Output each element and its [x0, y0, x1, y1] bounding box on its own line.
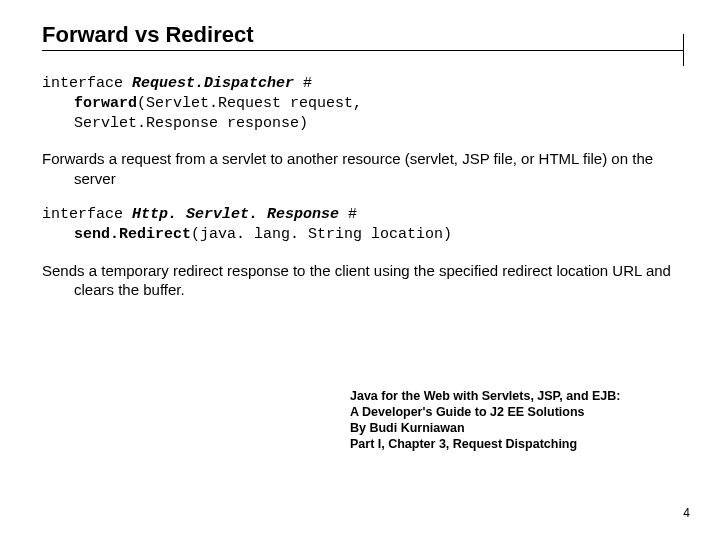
ref-line: By Budi Kurniawan	[350, 420, 680, 436]
type-http-servlet-response: Http. Servlet. Response	[132, 206, 339, 223]
ref-line: Part I, Chapter 3, Request Dispatching	[350, 436, 680, 452]
title-wrap: Forward vs Redirect	[42, 18, 678, 56]
kw-interface: interface	[42, 75, 132, 92]
ref-line: Java for the Web with Servlets, JSP, and…	[350, 388, 680, 404]
signature-forward: interface Request.Dispatcher # forward(S…	[42, 74, 678, 133]
code-line: send.Redirect(java. lang. String locatio…	[42, 225, 678, 245]
desc-redirect: Sends a temporary redirect response to t…	[42, 261, 678, 301]
hash: #	[339, 206, 357, 223]
code-line: forward(Servlet.Request request,	[42, 94, 678, 114]
method-send-redirect: send.Redirect	[74, 226, 191, 243]
reference-block: Java for the Web with Servlets, JSP, and…	[350, 388, 680, 452]
method-forward: forward	[74, 95, 137, 112]
params: (Servlet.Request request,	[137, 95, 362, 112]
hash: #	[294, 75, 312, 92]
signature-redirect: interface Http. Servlet. Response # send…	[42, 205, 678, 245]
kw-interface: interface	[42, 206, 132, 223]
type-request-dispatcher: Request.Dispatcher	[132, 75, 294, 92]
code-line: Servlet.Response response)	[42, 114, 678, 134]
slide: Forward vs Redirect interface Request.Di…	[0, 0, 720, 300]
code-line: interface Http. Servlet. Response #	[42, 205, 678, 225]
desc-forward: Forwards a request from a servlet to ano…	[42, 149, 678, 189]
params: (java. lang. String location)	[191, 226, 452, 243]
code-line: interface Request.Dispatcher #	[42, 74, 678, 94]
page-number: 4	[683, 506, 690, 520]
title-tick	[683, 34, 684, 66]
title-underline	[42, 50, 684, 51]
ref-line: A Developer's Guide to J2 EE Solutions	[350, 404, 680, 420]
